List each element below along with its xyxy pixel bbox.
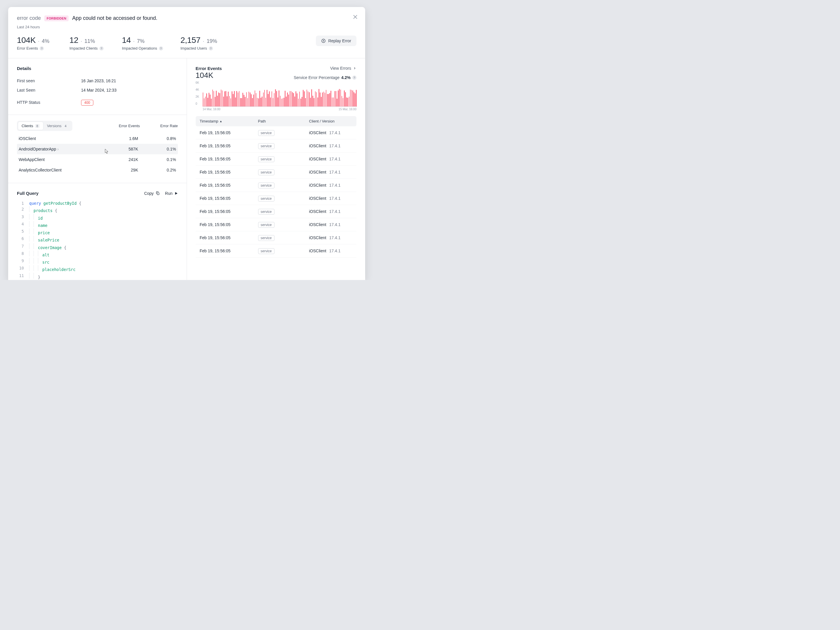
help-icon[interactable]: ?	[209, 46, 213, 51]
chart-bar	[234, 91, 235, 107]
client-row[interactable]: AnalyticsCollectorClient 29K 0.2%	[17, 165, 178, 175]
chart-bar	[290, 91, 291, 107]
chart-bar	[313, 96, 313, 107]
stat-value: 2,157	[180, 36, 201, 45]
stat-value: 14	[122, 36, 131, 45]
event-row[interactable]: Feb 19, 15:56:05 service iOSClient17.4.1	[196, 192, 357, 205]
chart-bar	[241, 98, 242, 107]
chart-bar	[216, 91, 217, 107]
chart-bar	[280, 96, 281, 107]
event-version: 17.4.1	[329, 170, 341, 174]
event-timestamp: Feb 19, 15:56:05	[200, 248, 258, 253]
event-row[interactable]: Feb 19, 15:56:05 service iOSClient17.4.1	[196, 205, 357, 218]
chart-bar	[303, 90, 304, 107]
event-timestamp: Feb 19, 15:56:05	[200, 222, 258, 227]
chart-bar	[232, 91, 232, 107]
stat-pct: 11%	[85, 38, 95, 44]
chart-bar	[240, 98, 241, 107]
chart-bar	[282, 98, 283, 107]
chart-bar	[350, 90, 351, 107]
path-pill: service	[258, 209, 275, 215]
event-timestamp: Feb 19, 15:56:05	[200, 196, 258, 201]
path-pill: service	[258, 143, 275, 149]
col-timestamp[interactable]: Timestamp ▲	[200, 119, 258, 123]
chart-bar	[346, 98, 347, 107]
tabs: Clients 8 Versions 4	[17, 121, 72, 131]
event-timestamp: Feb 19, 15:56:05	[200, 235, 258, 240]
chart-bar	[221, 90, 222, 107]
chart-bar	[302, 97, 302, 107]
chart-bar	[317, 98, 318, 107]
client-row[interactable]: WebAppClient 241K 0.1%	[17, 154, 178, 165]
event-row[interactable]: Feb 19, 15:56:05 service iOSClient17.4.1	[196, 231, 357, 245]
view-errors-link[interactable]: View Errors	[330, 66, 357, 71]
tab-clients[interactable]: Clients 8	[18, 122, 43, 130]
event-timestamp: Feb 19, 15:56:05	[200, 209, 258, 214]
chart-bar	[287, 92, 288, 107]
stat-value: 12	[69, 36, 79, 45]
chart-bar	[288, 95, 289, 107]
chart-bar	[294, 96, 295, 107]
event-row[interactable]: Feb 19, 15:56:05 service iOSClient17.4.1	[196, 218, 357, 231]
path-pill: service	[258, 156, 275, 162]
client-name: AnalyticsCollectorClient	[19, 168, 62, 172]
events-table: Timestamp ▲ Path Client / Version Feb 19…	[196, 116, 357, 257]
chart-bar	[306, 90, 308, 107]
chart-bar	[218, 92, 219, 107]
clients-section: Clients 8 Versions 4 Error Events Error …	[8, 115, 187, 183]
help-icon[interactable]: ?	[352, 76, 357, 80]
chart-bar	[226, 91, 226, 107]
col-path[interactable]: Path	[258, 119, 309, 123]
chart-bar	[239, 91, 240, 107]
tab-versions-label: Versions	[47, 124, 62, 128]
stat-value: 104K	[17, 36, 36, 45]
chart-bar	[251, 94, 252, 107]
chart-bar	[253, 95, 254, 107]
chart-bar	[311, 89, 312, 107]
chart-bar	[328, 94, 329, 107]
event-client: iOSClient	[309, 170, 326, 174]
copy-button[interactable]: Copy	[144, 191, 160, 196]
close-button[interactable]	[352, 13, 359, 21]
chart-bar	[213, 91, 215, 107]
event-row[interactable]: Feb 19, 15:56:05 service iOSClient17.4.1	[196, 179, 357, 192]
help-icon[interactable]: ?	[159, 46, 163, 51]
client-rate: 0.1%	[138, 157, 176, 162]
chart-bar	[205, 96, 206, 107]
chart-bar	[272, 91, 272, 107]
client-row[interactable]: AndroidOperatorApp› 587K 0.1%	[17, 144, 178, 154]
chart-bar	[219, 93, 220, 107]
play-icon	[174, 192, 178, 195]
tab-versions[interactable]: Versions 4	[43, 122, 71, 130]
client-row[interactable]: iOSClient 1.6M 0.8%	[17, 133, 178, 144]
col-client-version[interactable]: Client / Version	[309, 119, 353, 123]
help-icon[interactable]: ?	[99, 46, 104, 51]
stat-pct: 19%	[207, 38, 217, 44]
chart-bar	[261, 98, 261, 107]
event-row[interactable]: Feb 19, 15:56:05 service iOSClient17.4.1	[196, 139, 357, 153]
tab-clients-label: Clients	[22, 124, 33, 128]
chart-bar	[259, 91, 260, 107]
chart-bar	[277, 98, 278, 107]
event-version: 17.4.1	[329, 144, 341, 148]
chart-bar	[345, 92, 346, 107]
chart-bar	[243, 95, 245, 107]
detail-key: First seen	[17, 79, 81, 83]
replay-error-button[interactable]: Replay Error	[316, 36, 357, 46]
error-events-section: Error Events View Errors 104K Service Er…	[187, 58, 365, 265]
chart-bar	[305, 98, 306, 107]
stat-label: Impacted Clients	[69, 46, 98, 51]
chart-bar	[255, 90, 256, 107]
stat-1: 12 · 11% Impacted Clients?	[69, 36, 104, 51]
help-icon[interactable]: ?	[39, 46, 44, 51]
run-button[interactable]: Run	[165, 191, 178, 196]
event-row[interactable]: Feb 19, 15:56:05 service iOSClient17.4.1	[196, 166, 357, 179]
detail-val: 16 Jan 2023, 16:21	[81, 79, 116, 83]
left-column: Details First seen16 Jan 2023, 16:21Last…	[8, 58, 187, 280]
chart-bar	[298, 99, 299, 107]
chart-bar	[291, 91, 292, 107]
event-row[interactable]: Feb 19, 15:56:05 service iOSClient17.4.1	[196, 245, 357, 257]
chart-bar	[322, 92, 323, 107]
event-row[interactable]: Feb 19, 15:56:05 service iOSClient17.4.1	[196, 126, 357, 139]
event-row[interactable]: Feb 19, 15:56:05 service iOSClient17.4.1	[196, 153, 357, 166]
